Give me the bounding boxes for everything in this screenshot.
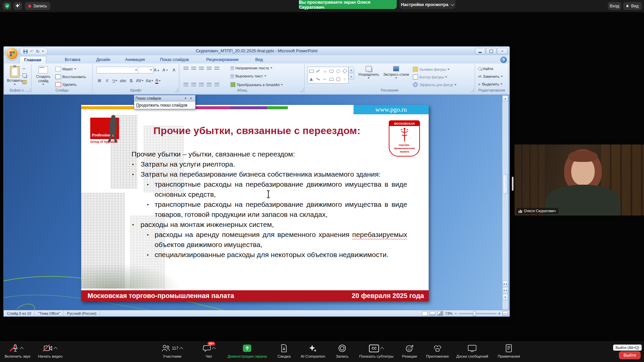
zoom-out-button[interactable]: − (454, 311, 457, 315)
video-options-chevron-icon[interactable] (54, 347, 57, 351)
delete-slide-button[interactable]: Удалить (55, 82, 76, 87)
layout-button[interactable]: Макет (55, 67, 76, 71)
side-scroll-indicator[interactable] (512, 177, 514, 191)
bold-button[interactable]: Ж (96, 77, 103, 84)
zoom-level[interactable]: 73% (445, 311, 452, 315)
captions-button[interactable]: CC Показать субтитры (359, 344, 393, 358)
zoom-slider[interactable] (459, 313, 496, 314)
tab-pokaz-slaidov[interactable]: Показ слайдов (155, 56, 194, 63)
align-center-button[interactable] (191, 83, 196, 86)
unmute-button[interactable]: Включить звук (5, 344, 31, 358)
chat-chevron-icon[interactable] (212, 347, 216, 351)
drawing-dialog-launcher[interactable] (470, 88, 474, 92)
tab-vstavka[interactable]: Вставка (60, 56, 85, 63)
continue-slideshow-menu-item[interactable]: Продолжить показ слайдов (134, 102, 195, 109)
save-icon[interactable] (23, 49, 28, 53)
clear-formatting-button[interactable]: А (171, 67, 177, 73)
participants-button[interactable]: 117 Участники (161, 344, 182, 358)
strikethrough-button[interactable]: abc (119, 77, 126, 84)
undo-icon[interactable]: ↶ (30, 49, 34, 54)
line-spacing-button[interactable] (214, 67, 219, 70)
minimize-button[interactable] (475, 48, 485, 54)
find-button[interactable]: Найти (478, 67, 493, 71)
window-title-bar[interactable]: Скуратович_МТПП_20.02.2025-final.pptx - … (4, 47, 509, 56)
view-layout-button[interactable]: Вид (623, 2, 642, 10)
font-name-combo[interactable] (96, 67, 139, 73)
leave-button[interactable]: Выйти (619, 351, 641, 359)
new-slide-button[interactable]: Создать слайд (35, 66, 52, 85)
bullets-button[interactable] (183, 67, 189, 70)
popup-close-icon[interactable]: × (188, 96, 194, 101)
character-spacing-button[interactable]: AV (136, 77, 144, 84)
signin-button[interactable]: Вход (608, 2, 621, 10)
language-indicator[interactable]: Русский (Россия) (64, 310, 100, 316)
slide-sorter-view-button[interactable] (430, 311, 435, 316)
audio-options-chevron-icon[interactable] (20, 347, 23, 351)
scroll-up-button[interactable]: ▲ (502, 96, 508, 102)
tab-dizain[interactable]: Дизайн (92, 56, 115, 63)
copy-button[interactable] (22, 73, 26, 77)
office-button[interactable] (6, 47, 18, 60)
italic-button[interactable]: К (104, 77, 110, 84)
grow-font-button[interactable]: А▲ (153, 67, 160, 73)
quick-styles-button[interactable]: Экспресс-стили (383, 66, 410, 79)
justify-button[interactable] (207, 83, 212, 86)
previous-slide-button[interactable]: ▲▲ (502, 281, 508, 287)
paragraph-dialog-launcher[interactable] (300, 88, 303, 92)
arrange-button[interactable]: Упорядочить (358, 66, 379, 79)
ai-companion-topbar-button[interactable] (13, 2, 22, 10)
tab-animatsiya[interactable]: Анимация (120, 56, 150, 63)
participants-chevron-icon[interactable] (179, 347, 183, 351)
maximize-button[interactable] (486, 48, 496, 54)
font-size-combo[interactable] (138, 67, 153, 73)
format-painter-button[interactable] (22, 80, 26, 84)
align-right-button[interactable] (199, 83, 204, 86)
redo-icon[interactable]: ↻ (36, 49, 40, 54)
scroll-down-button[interactable]: ▼ (502, 294, 508, 300)
shapes-gallery[interactable]: ↘ ⇨ ☆ (308, 67, 348, 83)
slideshow-view-button[interactable] (437, 311, 443, 316)
webcam-video[interactable]: Олеся Скуратович (515, 144, 644, 216)
slideshow-popup-header[interactable]: Показ слайдов ▼ × (134, 95, 195, 102)
vertical-scrollbar[interactable]: ▲ ▲▲ ▼▼ ▼ (502, 95, 508, 310)
zoom-in-button[interactable]: + (498, 311, 500, 315)
normal-view-button[interactable] (422, 311, 428, 316)
security-shield-button[interactable] (3, 2, 11, 10)
shape-fill-button[interactable]: Заливка фигуры (413, 67, 449, 72)
tab-glavnaya[interactable]: Главная (19, 56, 46, 64)
reset-slide-button[interactable]: Восстановить (55, 74, 86, 79)
shrink-font-button[interactable]: А▼ (162, 67, 169, 73)
captions-chevron-icon[interactable] (380, 347, 384, 351)
view-settings-button[interactable]: Настройки просмотра (399, 0, 455, 9)
select-button[interactable]: ➤ Выделить (478, 82, 502, 86)
change-case-button[interactable]: Аа (145, 77, 154, 84)
slide-counter[interactable]: Слайд 9 из 10 (4, 310, 35, 316)
apps-button[interactable]: Приложения (426, 344, 448, 358)
shape-outline-button[interactable]: Контур фигуры (413, 74, 447, 79)
align-left-button[interactable] (183, 83, 189, 86)
underline-button[interactable]: Ч (112, 77, 118, 84)
tab-retsenzirovanie[interactable]: Рецензирование (202, 56, 244, 63)
shapes-scroll-up[interactable]: ▲ (348, 67, 354, 73)
cut-button[interactable]: ✂ (22, 67, 25, 71)
ai-companion-button[interactable]: AI Companion (301, 344, 325, 358)
tab-vid[interactable]: Вид (251, 56, 268, 63)
shapes-scroll-down[interactable]: ▼ (348, 73, 354, 79)
theme-name[interactable]: "Тема Office" (35, 310, 64, 316)
whiteboards-button[interactable]: Доски сообщений (457, 344, 488, 358)
numbering-button[interactable] (191, 67, 196, 70)
help-icon[interactable]: ? (500, 57, 507, 63)
summary-button[interactable]: Сводка (278, 344, 291, 358)
align-text-button[interactable]: Выровнять текст (230, 74, 266, 78)
record-button[interactable]: Запись (336, 344, 348, 358)
chat-button[interactable]: 99+ Чат (203, 344, 215, 358)
text-direction-button[interactable]: Направление текста (230, 66, 272, 70)
close-button[interactable]: × (497, 48, 507, 54)
scroll-thumb[interactable] (503, 174, 508, 194)
replace-button[interactable]: ab Заменить (478, 74, 503, 78)
increase-indent-button[interactable] (207, 67, 212, 70)
start-video-button[interactable]: Начать видео (38, 344, 62, 358)
recording-indicator[interactable]: Запись (25, 2, 50, 10)
reactions-button[interactable]: Реакции (402, 344, 417, 358)
clipboard-dialog-launcher[interactable] (27, 88, 30, 92)
